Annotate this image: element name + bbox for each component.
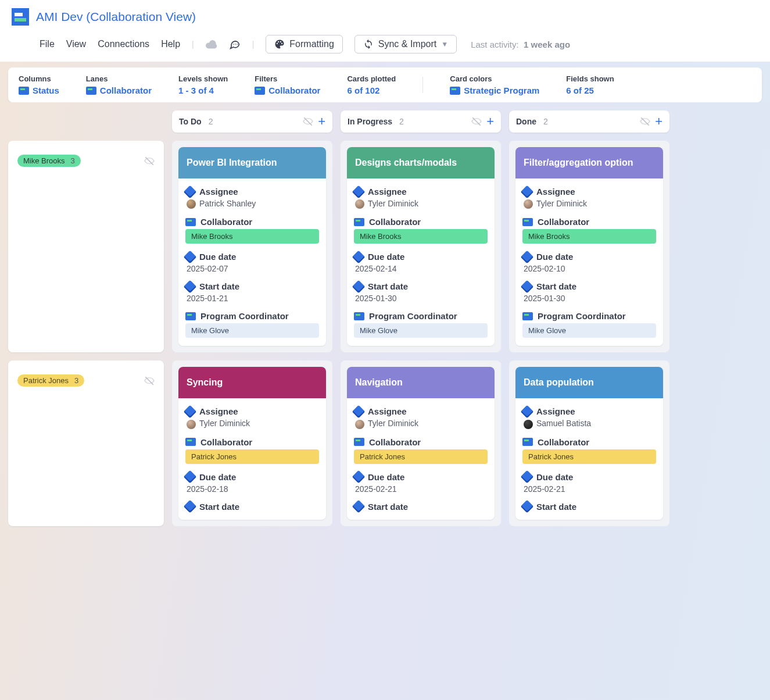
- filter-columns[interactable]: Columns Status: [19, 74, 59, 95]
- sync-import-button[interactable]: Sync & Import ▼: [354, 35, 457, 53]
- board-icon: [86, 87, 96, 95]
- field-label-start: Start date: [368, 281, 408, 291]
- cell-inprogress-mike: Designs charts/modals Assignee Tyler Dim…: [341, 141, 501, 352]
- field-label-start: Start date: [199, 281, 239, 291]
- add-card-icon[interactable]: +: [655, 116, 662, 127]
- filter-levels-label: Levels shown: [178, 74, 228, 83]
- card[interactable]: Designs charts/modals Assignee Tyler Dim…: [347, 147, 495, 346]
- avatar-icon: [524, 420, 533, 429]
- board-icon: [185, 312, 196, 320]
- field-label-collaborator: Collaborator: [369, 437, 421, 447]
- filter-levels[interactable]: Levels shown 1 - 3 of 4: [178, 74, 228, 95]
- filter-filters[interactable]: Filters Collaborator: [255, 74, 320, 95]
- field-label-collaborator: Collaborator: [200, 217, 252, 227]
- avatar-icon: [187, 199, 196, 209]
- due-value: 2025-02-14: [354, 264, 488, 273]
- field-label-assignee: Assignee: [536, 406, 575, 416]
- formatting-button[interactable]: Formatting: [266, 35, 342, 53]
- column-count: 2: [399, 117, 404, 126]
- filter-colors-value: Strategic Program: [464, 85, 539, 95]
- lane-tag[interactable]: Patrick Jones 3: [17, 374, 84, 387]
- svg-point-1: [235, 44, 236, 45]
- cell-done-mike: Filter/aggregation option Assignee Tyler…: [509, 141, 669, 352]
- hide-lane-icon[interactable]: [144, 156, 155, 166]
- filter-lanes-value: Collaborator: [100, 85, 152, 95]
- field-label-due: Due date: [536, 472, 573, 482]
- last-activity-value: 1 week ago: [524, 40, 570, 49]
- cloud-icon[interactable]: [206, 40, 217, 49]
- column-title: To Do: [179, 117, 202, 126]
- last-activity: Last activity: 1 week ago: [471, 40, 570, 49]
- hide-column-icon[interactable]: [471, 116, 482, 127]
- filter-separator: [422, 77, 423, 93]
- hide-lane-icon[interactable]: [144, 376, 155, 386]
- hide-column-icon[interactable]: [303, 116, 313, 127]
- board-icon: [522, 218, 533, 226]
- chat-icon[interactable]: [229, 39, 241, 49]
- field-label-coord: Program Coordinator: [538, 311, 626, 321]
- lane-tag[interactable]: Mike Brooks 3: [17, 155, 81, 167]
- menu-separator: |: [252, 40, 255, 49]
- coordinator-chip: Mike Glove: [522, 323, 656, 338]
- cell-todo-mike: Power BI Integration Assignee Patrick Sh…: [172, 141, 332, 352]
- assignee-value: Samuel Batista: [536, 419, 591, 428]
- sync-label: Sync & Import: [378, 39, 436, 49]
- filter-fields[interactable]: Fields shown 6 of 25: [566, 74, 614, 95]
- diamond-icon: [521, 250, 534, 263]
- filter-cards[interactable]: Cards plotted 6 of 102: [347, 74, 396, 95]
- add-card-icon[interactable]: +: [486, 116, 494, 127]
- card-title: Syncing: [178, 367, 326, 398]
- avatar-icon: [355, 199, 364, 209]
- field-label-due: Due date: [536, 252, 573, 262]
- diamond-icon: [184, 405, 197, 418]
- card[interactable]: Data population Assignee Samuel Batista …: [515, 367, 663, 519]
- page-title: AMI Dev (Collaboration View): [36, 10, 196, 24]
- card-title: Data population: [515, 367, 663, 398]
- card[interactable]: Navigation Assignee Tyler Diminick Colla…: [347, 367, 495, 519]
- field-label-collaborator: Collaborator: [538, 217, 589, 227]
- lane-patrick-jones: Patrick Jones 3: [8, 360, 164, 526]
- field-label-start: Start date: [536, 502, 576, 512]
- app-logo-icon: [12, 8, 29, 26]
- filter-levels-value: 1 - 3 of 4: [178, 85, 214, 95]
- menu-view[interactable]: View: [66, 39, 86, 49]
- diamond-icon: [352, 250, 366, 263]
- collaborator-chip: Mike Brooks: [354, 229, 488, 244]
- column-title: In Progress: [348, 117, 392, 126]
- lane-count: 3: [71, 156, 75, 165]
- filter-colors-label: Card colors: [450, 74, 539, 83]
- card[interactable]: Power BI Integration Assignee Patrick Sh…: [178, 147, 326, 346]
- column-header-done: Done 2 +: [509, 110, 669, 133]
- board-icon: [450, 87, 460, 95]
- menu-help[interactable]: Help: [161, 39, 180, 49]
- filter-lanes-label: Lanes: [86, 74, 152, 83]
- card-title: Power BI Integration: [178, 147, 326, 178]
- diamond-icon: [352, 500, 366, 513]
- lane-name: Patrick Jones: [23, 376, 69, 385]
- menu-file[interactable]: File: [40, 39, 55, 49]
- due-value: 2025-02-18: [185, 484, 319, 494]
- board-icon: [354, 218, 364, 226]
- card[interactable]: Filter/aggregation option Assignee Tyler…: [515, 147, 663, 346]
- board-area: To Do 2 + In Progress 2 + Done 2 +: [0, 102, 770, 700]
- field-label-due: Due date: [368, 252, 404, 262]
- field-label-collaborator: Collaborator: [538, 437, 589, 447]
- filter-colors[interactable]: Card colors Strategic Program: [450, 74, 539, 95]
- field-label-start: Start date: [199, 502, 239, 512]
- add-card-icon[interactable]: +: [318, 116, 325, 127]
- chevron-down-icon: ▼: [441, 40, 448, 48]
- board-icon: [354, 312, 364, 320]
- menu-separator: |: [192, 40, 194, 49]
- collaborator-chip: Mike Brooks: [185, 229, 319, 244]
- hide-column-icon[interactable]: [640, 116, 650, 127]
- filter-lanes[interactable]: Lanes Collaborator: [86, 74, 152, 95]
- card[interactable]: Syncing Assignee Tyler Diminick Collabor…: [178, 367, 326, 519]
- avatar-icon: [187, 420, 196, 429]
- filter-filters-label: Filters: [255, 74, 320, 83]
- board-icon: [185, 438, 196, 446]
- filter-bar: Columns Status Lanes Collaborator Levels…: [8, 67, 762, 102]
- column-header-inprogress: In Progress 2 +: [341, 110, 501, 133]
- menu-connections[interactable]: Connections: [98, 39, 149, 49]
- field-label-assignee: Assignee: [368, 406, 407, 416]
- filter-columns-label: Columns: [19, 74, 59, 83]
